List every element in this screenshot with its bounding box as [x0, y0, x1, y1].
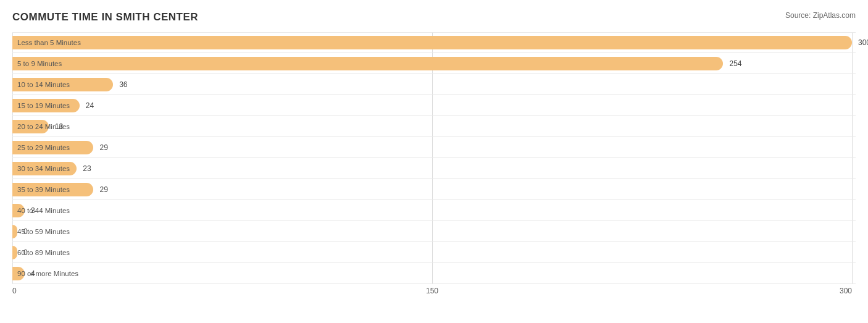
- bar-label: 5 to 9 Minutes: [17, 60, 62, 67]
- bar-label: Less than 5 Minutes: [17, 39, 81, 46]
- bar-value: 300: [858, 38, 868, 47]
- bar-wrap: 90 or more Minutes4: [12, 263, 856, 283]
- bar-label: 30 to 34 Minutes: [17, 165, 70, 172]
- bar-wrap: 5 to 9 Minutes254: [12, 53, 856, 73]
- bar-wrap: 60 to 89 Minutes0: [12, 242, 856, 262]
- bar-wrap: Less than 5 Minutes300: [12, 33, 856, 52]
- bar-row: 5 to 9 Minutes254: [12, 53, 856, 74]
- bar-value: 29: [99, 185, 107, 194]
- bar-value: 4: [31, 269, 35, 278]
- bar-row: 35 to 39 Minutes29: [12, 179, 856, 200]
- bar-value: 254: [729, 59, 741, 68]
- bar-value: 0: [23, 248, 28, 257]
- bar-wrap: 35 to 39 Minutes29: [12, 179, 856, 199]
- bar: 15 to 19 Minutes: [12, 99, 80, 112]
- x-axis: 0150300: [12, 287, 852, 299]
- bar: 40 to 44 Minutes: [12, 204, 25, 217]
- bar-wrap: 40 to 44 Minutes3: [12, 200, 856, 220]
- bar-wrap: 45 to 59 Minutes0: [12, 221, 856, 241]
- bar-value: 23: [83, 164, 91, 173]
- bar: 20 to 24 Minutes: [12, 120, 49, 133]
- x-axis-label: 150: [426, 287, 438, 295]
- bar-row: 45 to 59 Minutes0: [12, 221, 856, 242]
- x-axis-label: 300: [840, 287, 852, 295]
- bar: 60 to 89 Minutes: [12, 246, 17, 259]
- bar-wrap: 30 to 34 Minutes23: [12, 158, 856, 178]
- bar-row: Less than 5 Minutes300: [12, 32, 856, 53]
- bar: 45 to 59 Minutes: [12, 225, 17, 238]
- bar-label: 35 to 39 Minutes: [17, 186, 70, 193]
- bar-value: 29: [99, 143, 107, 152]
- bar-value: 13: [55, 122, 63, 131]
- chart-title: COMMUTE TIME IN SMITH CENTER: [12, 11, 198, 23]
- chart-area: Less than 5 Minutes3005 to 9 Minutes2541…: [12, 32, 856, 284]
- bar-wrap: 20 to 24 Minutes13: [12, 116, 856, 136]
- bar-wrap: 10 to 14 Minutes36: [12, 74, 856, 94]
- bar: 90 or more Minutes: [12, 267, 25, 280]
- x-axis-label: 0: [12, 287, 17, 295]
- bar-label: 15 to 19 Minutes: [17, 102, 70, 109]
- bar-wrap: 25 to 29 Minutes29: [12, 137, 856, 157]
- chart-container: COMMUTE TIME IN SMITH CENTER Source: Zip…: [0, 0, 868, 323]
- bar-value: 36: [119, 80, 127, 89]
- bar-row: 40 to 44 Minutes3: [12, 200, 856, 221]
- bar: 10 to 14 Minutes: [12, 78, 113, 91]
- chart-header: COMMUTE TIME IN SMITH CENTER Source: Zip…: [12, 11, 856, 23]
- bar-row: 10 to 14 Minutes36: [12, 74, 856, 95]
- bar: Less than 5 Minutes: [12, 36, 852, 49]
- bar: 25 to 29 Minutes: [12, 141, 93, 154]
- bar-wrap: 15 to 19 Minutes24: [12, 95, 856, 115]
- bar-label: 10 to 14 Minutes: [17, 81, 70, 88]
- bar-value: 3: [31, 206, 35, 215]
- chart-source: Source: ZipAtlas.com: [785, 11, 856, 20]
- bar-label: 25 to 29 Minutes: [17, 144, 70, 151]
- bar-label: 90 or more Minutes: [17, 270, 78, 277]
- bar-value: 24: [86, 101, 94, 110]
- bar-row: 60 to 89 Minutes0: [12, 242, 856, 263]
- chart-inner: Less than 5 Minutes3005 to 9 Minutes2541…: [12, 32, 856, 299]
- bar-row: 15 to 19 Minutes24: [12, 95, 856, 116]
- bar-row: 90 or more Minutes4: [12, 263, 856, 284]
- bar-row: 20 to 24 Minutes13: [12, 116, 856, 137]
- bar: 5 to 9 Minutes: [12, 57, 723, 70]
- bar-row: 25 to 29 Minutes29: [12, 137, 856, 158]
- bar-row: 30 to 34 Minutes23: [12, 158, 856, 179]
- bar: 30 to 34 Minutes: [12, 162, 77, 175]
- bar: 35 to 39 Minutes: [12, 183, 93, 196]
- bar-value: 0: [23, 227, 28, 236]
- bar-label: 40 to 44 Minutes: [17, 207, 70, 214]
